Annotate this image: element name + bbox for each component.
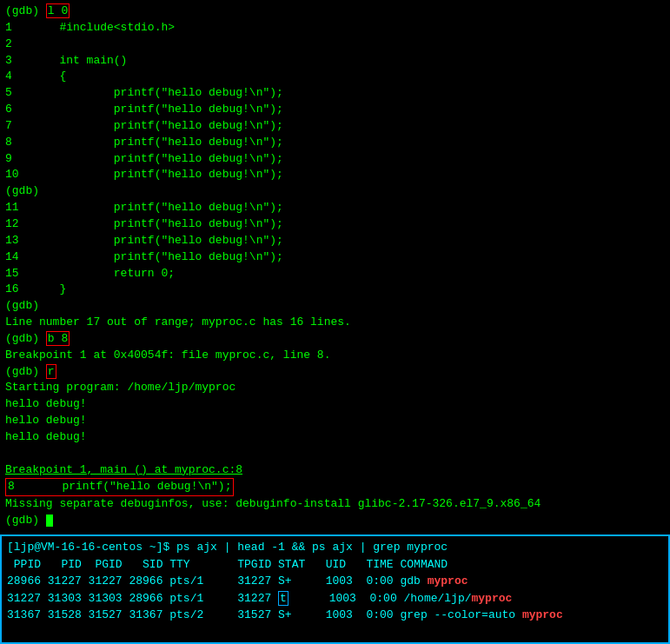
highlighted-code-line-8: 8 printf("hello debug!\n"); <box>5 478 234 496</box>
gdb-prompt-3: (gdb) <box>5 298 665 315</box>
ps-row-2: 31227 31303 31303 28966 pts/1 31227 t 10… <box>7 590 663 607</box>
code-line-11: 11 printf("hello debug!\n"); <box>5 200 665 216</box>
code-line-1: 1 #include<stdio.h> <box>5 20 665 37</box>
gdb-line-1: (gdb) l 0 <box>5 3 665 20</box>
code-line-10: 10 printf("hello debug!\n"); <box>5 167 665 183</box>
gdb-cmd-l0: l 0 <box>46 3 70 18</box>
starting-program: Starting program: /home/ljp/myproc <box>5 380 665 396</box>
gdb-prompt: (gdb) <box>5 4 46 17</box>
code-line-8: 8 printf("hello debug!\n"); <box>5 135 665 151</box>
hello-3: hello debug! <box>5 429 665 446</box>
code-line-14: 14 printf("hello debug!\n"); <box>5 249 665 266</box>
ps-command-line: [ljp@VM-16-16-centos ~]$ ps ajx | head -… <box>7 539 663 556</box>
ps-row-3: 31367 31528 31527 31367 pts/2 31527 S+ 1… <box>7 607 663 624</box>
code-line-7: 7 printf("hello debug!\n"); <box>5 118 665 135</box>
ps-terminal: [ljp@VM-16-16-centos ~]$ ps ajx | head -… <box>0 534 670 644</box>
code-line-2: 2 <box>5 37 665 53</box>
range-error: Line number 17 out of range; myproc.c ha… <box>5 315 665 331</box>
code-line-4: 4 { <box>5 69 665 85</box>
hello-1: hello debug! <box>5 396 665 413</box>
myproc-highlight-3: myproc <box>522 608 563 621</box>
ps-header: PPID PID PGID SID TTY TPGID STAT UID TIM… <box>7 556 663 574</box>
gdb-cmd-b8: b 8 <box>46 331 70 346</box>
gdb-final-prompt: (gdb) <box>5 513 665 529</box>
code-line-12: 12 printf("hello debug!\n"); <box>5 216 665 233</box>
breakpoint-set-msg: Breakpoint 1 at 0x40054f: file myproc.c,… <box>5 348 665 364</box>
code-line-3: 3 int main() <box>5 53 665 70</box>
breakpoint-hit: Breakpoint 1, main () at myproc.c:8 <box>5 462 665 479</box>
gdb-prompt-r: (gdb) <box>5 365 46 378</box>
code-line-16: 16 } <box>5 282 665 298</box>
gdb-prompt-b8: (gdb) <box>5 332 46 345</box>
gdb-prompt-2: (gdb) <box>5 183 665 200</box>
gdb-terminal: (gdb) l 0 1 #include<stdio.h> 2 3 int ma… <box>0 0 670 534</box>
hello-2: hello debug! <box>5 413 665 429</box>
gdb-line-r: (gdb) r <box>5 364 665 381</box>
ps-row-1: 28966 31227 31227 28966 pts/1 31227 S+ 1… <box>7 573 663 590</box>
code-line-6: 6 printf("hello debug!\n"); <box>5 102 665 118</box>
code-line-9: 9 printf("hello debug!\n"); <box>5 151 665 168</box>
gdb-line-b8: (gdb) b 8 <box>5 331 665 348</box>
code-line-13: 13 printf("hello debug!\n"); <box>5 233 665 249</box>
blank-line <box>5 446 665 462</box>
code-line-15: 15 return 0; <box>5 266 665 282</box>
debuginfo-msg: Missing separate debuginfos, use: debugi… <box>5 496 665 513</box>
gdb-cmd-r: r <box>46 364 56 379</box>
myproc-highlight-1: myproc <box>428 574 468 588</box>
myproc-highlight-2: myproc <box>472 592 513 605</box>
code-line-5: 5 printf("hello debug!\n"); <box>5 85 665 102</box>
cursor <box>46 515 53 527</box>
t-stat-box: t <box>278 591 289 606</box>
